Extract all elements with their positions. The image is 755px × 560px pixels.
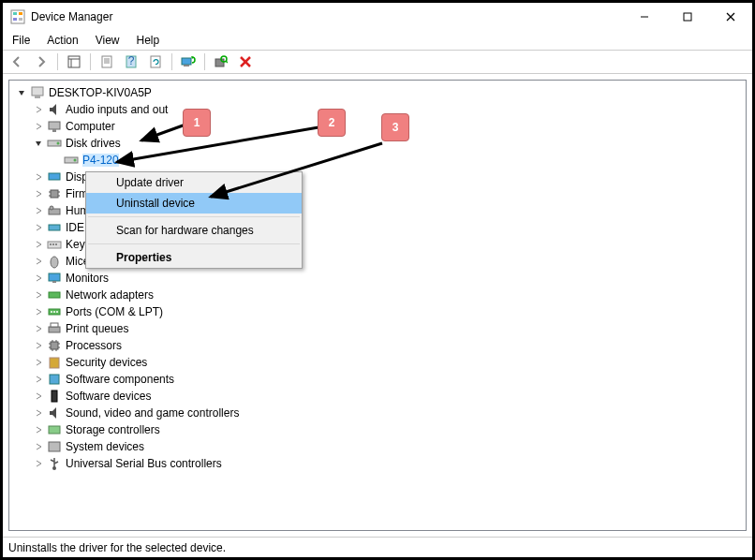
software-device-icon	[47, 389, 62, 404]
close-button[interactable]	[709, 3, 752, 31]
menu-action[interactable]: Action	[47, 34, 78, 47]
tree-node-storage-controllers[interactable]: Storage controllers	[15, 421, 740, 438]
chevron-right-icon[interactable]	[32, 406, 45, 420]
svg-line-24	[226, 61, 228, 63]
window-controls	[623, 3, 752, 31]
menu-view[interactable]: View	[96, 34, 120, 47]
toolbar: ?	[3, 50, 752, 74]
tree-node-audio[interactable]: Audio inputs and out	[15, 101, 740, 118]
chevron-right-icon[interactable]	[32, 221, 45, 234]
tree-node-usb[interactable]: Universal Serial Bus controllers	[15, 455, 740, 472]
tree-node-sound[interactable]: Sound, video and game controllers	[15, 405, 740, 421]
chevron-down-icon[interactable]	[15, 86, 28, 99]
chevron-right-icon[interactable]	[32, 288, 45, 302]
ide-icon	[47, 220, 62, 235]
chevron-right-icon[interactable]	[32, 187, 45, 200]
annotation-label: 2	[329, 116, 335, 129]
ctx-label: Scan for hardware changes	[116, 224, 254, 237]
node-label: Ports (COM & LPT)	[66, 305, 163, 318]
device-manager-icon	[10, 9, 25, 24]
tree-node-monitors[interactable]: Monitors	[15, 270, 740, 287]
chevron-spacer	[49, 154, 62, 167]
svg-point-35	[74, 159, 77, 162]
hid-icon	[47, 203, 62, 218]
tree-root[interactable]: DESKTOP-KIV0A5P	[15, 84, 740, 101]
chevron-right-icon[interactable]	[32, 272, 45, 285]
tree-node-software-devices[interactable]: Software devices	[15, 388, 740, 405]
tree-node-network[interactable]: Network adapters	[15, 287, 740, 303]
window-title: Device Manager	[31, 10, 623, 23]
svg-marker-71	[50, 407, 56, 419]
minimize-button[interactable]	[623, 3, 666, 31]
help-button[interactable]: ?	[121, 52, 141, 72]
back-button[interactable]	[7, 52, 27, 72]
ctx-scan-hardware[interactable]: Scan for hardware changes	[86, 220, 302, 241]
chevron-right-icon[interactable]	[32, 457, 45, 470]
refresh-button[interactable]	[145, 52, 166, 72]
menu-help[interactable]: Help	[137, 34, 160, 47]
annotation-badge-1: 1	[183, 109, 211, 137]
chevron-right-icon[interactable]	[32, 423, 45, 436]
chevron-right-icon[interactable]	[32, 238, 45, 251]
maximize-button[interactable]	[666, 3, 709, 31]
usb-icon	[47, 456, 62, 471]
svg-rect-2	[19, 12, 22, 15]
chevron-right-icon[interactable]	[32, 120, 45, 133]
show-hide-console-tree-button[interactable]	[64, 52, 84, 72]
svg-rect-4	[19, 18, 22, 21]
svg-point-55	[53, 311, 55, 313]
svg-rect-52	[49, 292, 60, 298]
chevron-right-icon[interactable]	[32, 305, 45, 318]
tree-node-ports[interactable]: Ports (COM & LPT)	[15, 303, 740, 320]
chevron-right-icon[interactable]	[32, 322, 45, 335]
tree-node-software-components[interactable]: Software components	[15, 371, 740, 388]
toolbar-separator	[204, 53, 205, 70]
uninstall-device-button[interactable]	[235, 52, 256, 72]
system-icon	[47, 439, 62, 454]
chevron-right-icon[interactable]	[32, 356, 45, 369]
ctx-label: Update driver	[116, 176, 184, 189]
svg-rect-3	[13, 18, 17, 21]
update-driver-button[interactable]	[178, 52, 199, 72]
chevron-right-icon[interactable]	[32, 440, 45, 453]
svg-rect-36	[49, 173, 60, 180]
disk-drive-icon	[64, 153, 79, 168]
chevron-right-icon[interactable]	[32, 170, 45, 184]
scan-hardware-button[interactable]	[211, 52, 231, 72]
status-bar: Uninstalls the driver for the selected d…	[3, 537, 752, 557]
node-label: Security devices	[66, 356, 147, 369]
tree-node-print-queues[interactable]: Print queues	[15, 320, 740, 337]
forward-button[interactable]	[31, 52, 52, 72]
node-label: Network adapters	[66, 288, 154, 302]
svg-point-49	[51, 257, 58, 268]
chevron-right-icon[interactable]	[32, 390, 45, 403]
toolbar-separator	[90, 53, 91, 70]
svg-rect-44	[49, 225, 60, 230]
ctx-separator	[88, 243, 300, 244]
tree-node-security[interactable]: Security devices	[15, 354, 740, 371]
annotation-badge-3: 3	[381, 113, 409, 141]
chevron-down-icon[interactable]	[32, 137, 45, 150]
display-adapter-icon	[47, 169, 62, 184]
toolbar-separator	[57, 53, 58, 70]
chevron-right-icon[interactable]	[32, 339, 45, 352]
chevron-right-icon[interactable]	[32, 103, 45, 116]
tree-node-processors[interactable]: Processors	[15, 337, 740, 354]
chevron-right-icon[interactable]	[32, 255, 45, 268]
ctx-properties[interactable]: Properties	[86, 247, 302, 268]
svg-rect-48	[55, 243, 57, 245]
node-label: Sound, video and game controllers	[66, 406, 239, 420]
svg-rect-6	[684, 13, 691, 21]
node-label: Processors	[66, 339, 122, 352]
tree-node-system-devices[interactable]: System devices	[15, 438, 740, 455]
chevron-right-icon[interactable]	[32, 373, 45, 386]
menu-file[interactable]: File	[12, 34, 30, 47]
svg-rect-28	[35, 96, 40, 98]
security-icon	[47, 355, 62, 370]
svg-rect-30	[49, 122, 60, 129]
svg-rect-50	[49, 273, 60, 281]
chevron-right-icon[interactable]	[32, 204, 45, 217]
properties-button[interactable]	[96, 52, 117, 72]
node-label: System devices	[66, 440, 144, 453]
svg-rect-69	[50, 375, 59, 384]
